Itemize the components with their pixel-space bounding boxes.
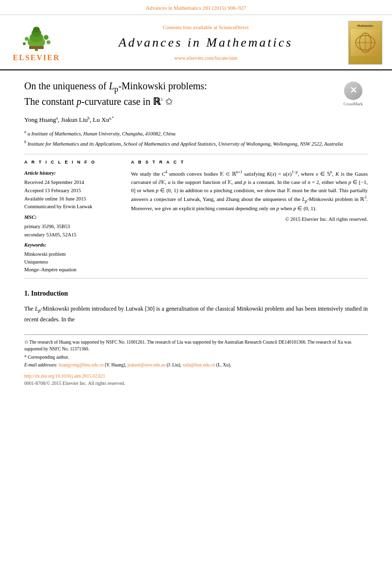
- communicated-by: Communicated by Erwin Lutwak: [24, 203, 121, 211]
- journal-cover-image: Mathematics: [348, 21, 382, 65]
- cover-title: Mathematics: [357, 24, 373, 28]
- email-huang[interactable]: huangyong@hnu.edu.cn: [59, 363, 104, 367]
- abstract-label: A B S T R A C T: [131, 159, 368, 166]
- received-date: Received 24 September 2014: [24, 179, 121, 186]
- keyword-1: Minkowski problem: [24, 250, 121, 258]
- article-info-abstract: A R T I C L E I N F O Article history: R…: [24, 159, 368, 274]
- abstract-column: A B S T R A C T We study the C4 smooth c…: [131, 159, 368, 274]
- svg-rect-5: [29, 46, 44, 49]
- email-xu-name: (L. Xu).: [216, 363, 231, 367]
- title-part2: The constant p-curvature case in ℝ3 ✩: [24, 96, 173, 107]
- doi-line[interactable]: http://dx.doi.org/10.1016/j.aim.2015.02.…: [24, 372, 368, 380]
- divider-2: [24, 278, 368, 279]
- email-liu[interactable]: jiakunl@uow.edu.au: [128, 363, 165, 367]
- article-history-label: Article history:: [24, 169, 121, 177]
- accepted-date: Accepted 13 February 2015: [24, 187, 121, 195]
- elsevier-tree-icon: [15, 22, 58, 51]
- elsevier-logo: ELSEVIER: [10, 22, 63, 64]
- journal-header: ELSEVIER Contents lists available at Sci…: [0, 15, 392, 70]
- paper-title: On the uniqueness of Lp-Minkowski proble…: [24, 79, 368, 108]
- available-date: Available online 16 June 2015: [24, 195, 121, 203]
- footnote-area: ✩ The research of Huang was supported by…: [24, 334, 368, 368]
- copyright-notice: © 2015 Elsevier Inc. All rights reserved…: [131, 216, 368, 223]
- author2: Jiakun Liub: [61, 116, 90, 123]
- elsevier-brand-text: ELSEVIER: [13, 52, 60, 64]
- email-liu-name: (J. Liu),: [166, 363, 182, 367]
- email-huang-name: (Y. Huang),: [105, 363, 128, 367]
- keyword-2: Uniqueness: [24, 258, 121, 266]
- svg-point-6: [25, 37, 29, 41]
- msc-label: MSC:: [24, 214, 121, 221]
- article-info-column: A R T I C L E I N F O Article history: R…: [24, 159, 121, 274]
- author3: Lu Xua,*: [93, 116, 114, 123]
- citation-link[interactable]: Advances in Mathematics 281 (2015) 906–9…: [146, 5, 246, 11]
- intro-paragraph: The Lp-Minkowski problem introduced by L…: [24, 304, 368, 325]
- title-text: On the uniqueness of Lp-Minkowski proble…: [24, 79, 339, 108]
- authors-line: Yong Huanga, Jiakun Liub, Lu Xua,*: [24, 115, 368, 125]
- abstract-text: We study the C4 smooth convex bodies 𝕂 ⊂…: [131, 169, 368, 213]
- footnote-corresponding: * Corresponding author.: [24, 354, 368, 361]
- article-info-label: A R T I C L E I N F O: [24, 159, 121, 166]
- svg-point-7: [44, 35, 49, 40]
- email-xu[interactable]: xulu@hun.edu.cn: [182, 363, 215, 367]
- keyword-3: Monge–Ampère equation: [24, 266, 121, 274]
- svg-point-9: [47, 40, 50, 44]
- doi-link[interactable]: http://dx.doi.org/10.1016/j.aim.2015.02.…: [24, 374, 105, 379]
- affiliations: a a Institute of Mathematics, Hunan Univ…: [24, 129, 368, 148]
- affil-b: b Institute for Mathematics and its Appl…: [24, 139, 368, 148]
- affil-a: a a Institute of Mathematics, Hunan Univ…: [24, 129, 368, 138]
- svg-point-4: [33, 27, 40, 33]
- crossmark-icon: ✕: [344, 82, 362, 100]
- keywords-label: Keywords:: [24, 241, 121, 249]
- crossmark-label: CrossMark: [343, 101, 363, 107]
- cover-art: [351, 29, 380, 56]
- citation-bar: Advances in Mathematics 281 (2015) 906–9…: [0, 0, 392, 15]
- crossmark-badge[interactable]: ✕ CrossMark: [339, 82, 368, 107]
- intro-heading: 1. Introduction: [24, 288, 368, 299]
- introduction-section: 1. Introduction The Lp-Minkowski problem…: [24, 288, 368, 325]
- contents-line: Contents lists available at ScienceDirec…: [73, 23, 339, 32]
- msc-secondary: secondary 53A05, 52A15: [24, 231, 121, 239]
- journal-center: Contents lists available at ScienceDirec…: [68, 23, 343, 62]
- msc-primary: primary 35J96, 35B53: [24, 223, 121, 231]
- journal-title: Advances in Mathematics: [73, 33, 339, 52]
- paper-body: On the uniqueness of Lp-Minkowski proble…: [0, 70, 392, 397]
- svg-point-8: [23, 42, 26, 45]
- divider-1: [24, 154, 368, 154]
- issn-line: 0001-8708/© 2015 Elsevier Inc. All right…: [24, 380, 368, 387]
- journal-url[interactable]: www.elsevier.com/locate/aim: [73, 54, 339, 62]
- author1: Yong Huanga: [24, 116, 58, 123]
- title-part1: On the uniqueness of Lp-Minkowski proble…: [24, 81, 207, 91]
- footnote-1: ✩ The research of Huang was supported by…: [24, 339, 368, 353]
- footnote-emails: E-mail addresses: huangyong@hnu.edu.cn (…: [24, 362, 368, 368]
